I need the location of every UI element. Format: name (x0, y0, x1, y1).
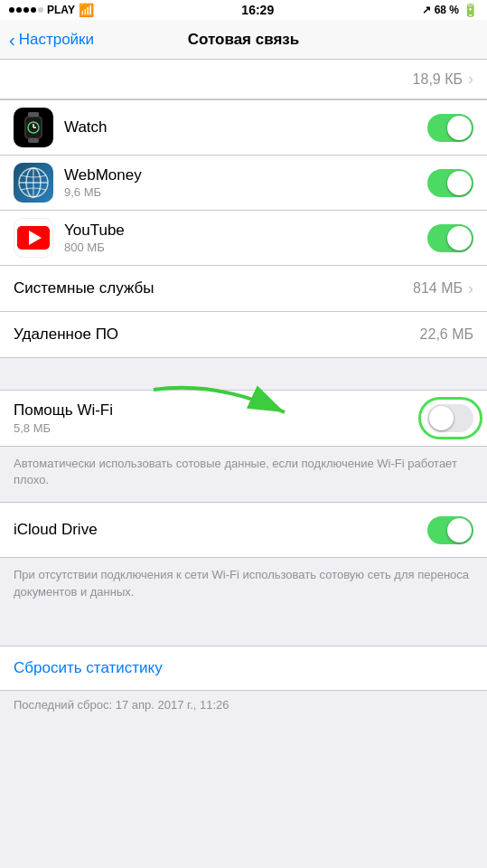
watch-toggle[interactable] (427, 114, 473, 142)
watch-item-title: Watch (64, 118, 427, 137)
watch-item-text: Watch (64, 118, 427, 137)
reset-row[interactable]: Сбросить статистику (0, 646, 487, 690)
status-left: PLAY 📶 (9, 3, 94, 17)
webmoney-item-title: WebMoney (64, 166, 427, 184)
page-title: Сотовая связь (188, 31, 300, 49)
wifi-assist-toggle-wrapper (427, 404, 473, 432)
time-label: 16:29 (241, 3, 274, 17)
last-reset-label: Последний сброс: (14, 698, 112, 712)
status-right: ↗ 68 % 🔋 (422, 3, 478, 17)
wifi-assist-subtitle: 5,8 МБ (14, 421, 427, 435)
system-services-value: 814 МБ (413, 280, 463, 297)
chevron-right-icon: › (468, 70, 473, 89)
system-services-label: Системные службы (14, 279, 413, 297)
wifi-assist-row: Помощь Wi-Fi 5,8 МБ (0, 391, 487, 446)
wifi-assist-title: Помощь Wi-Fi (14, 401, 427, 420)
youtube-item-title: YouTube (64, 222, 427, 240)
toggle-thumb (447, 116, 472, 140)
remote-control-row: Удаленное ПО 22,6 МБ (0, 312, 487, 357)
webmoney-item-text: WebMoney 9,6 МБ (64, 166, 427, 199)
list-item: YouTube 800 МБ (0, 211, 487, 265)
remote-control-value: 22,6 МБ (420, 326, 473, 343)
battery-label: 68 % (435, 4, 459, 16)
icloud-text: iCloud Drive (14, 521, 427, 539)
icloud-toggle[interactable] (427, 516, 473, 544)
toggle-thumb (447, 518, 472, 542)
reset-label: Сбросить статистику (14, 659, 163, 676)
icloud-section: iCloud Drive (0, 502, 487, 558)
chevron-right-icon: › (468, 279, 473, 298)
back-label: Настройки (19, 31, 94, 49)
back-button[interactable]: ‹ Настройки (9, 31, 94, 49)
wifi-assist-description: Автоматически использовать сотовые данны… (0, 447, 487, 502)
remote-control-group: Удаленное ПО 22,6 МБ (0, 312, 487, 358)
wifi-assist-section: Помощь Wi-Fi 5,8 МБ (0, 390, 487, 447)
location-icon: ↗ (422, 4, 431, 16)
webmoney-toggle[interactable] (427, 169, 473, 197)
list-item: WebMoney 9,6 МБ (0, 156, 487, 211)
watch-icon-svg (21, 112, 46, 143)
top-partial-value: 18,9 КБ (413, 71, 463, 88)
watch-app-icon (14, 108, 53, 147)
reset-section: Сбросить статистику (0, 646, 487, 691)
system-services-row[interactable]: Системные службы 814 МБ › (0, 266, 487, 311)
icloud-section-wrapper: iCloud Drive При отсутствии подключения … (0, 502, 487, 613)
webmoney-app-icon (14, 163, 53, 203)
icloud-row: iCloud Drive (0, 503, 487, 557)
youtube-toggle[interactable] (427, 224, 473, 252)
icloud-description: При отсутствии подключения к сети Wi-Fi … (0, 558, 487, 613)
youtube-play-icon (29, 231, 42, 245)
wifi-assist-text: Помощь Wi-Fi 5,8 МБ (14, 401, 427, 435)
carrier-label: PLAY (47, 4, 75, 16)
chevron-left-icon: ‹ (9, 31, 15, 49)
wifi-icon: 📶 (79, 3, 94, 17)
youtube-item-subtitle: 800 МБ (64, 241, 427, 254)
youtube-app-icon (14, 218, 53, 258)
apps-list: Watch WebMoney 9,6 МБ (0, 99, 487, 266)
youtube-bg (17, 226, 50, 250)
remote-control-label: Удаленное ПО (14, 326, 420, 344)
battery-icon: 🔋 (463, 3, 478, 17)
webmoney-item-subtitle: 9,6 МБ (64, 185, 427, 199)
top-partial-row: 18,9 КБ › (0, 60, 487, 99)
section-separator (0, 358, 487, 390)
icloud-title: iCloud Drive (14, 521, 427, 539)
svg-rect-3 (28, 112, 39, 117)
toggle-thumb (447, 226, 472, 250)
system-services-group: Системные службы 814 МБ › (0, 266, 487, 312)
toggle-thumb (429, 406, 454, 430)
last-reset-info: Последний сброс: 17 апр. 2017 г., 11:26 (0, 691, 487, 725)
wifi-assist-section-wrapper: Помощь Wi-Fi 5,8 МБ Автоматически исполь… (0, 390, 487, 502)
webmoney-icon-svg (17, 166, 50, 199)
toggle-thumb (447, 171, 472, 195)
status-bar: PLAY 📶 16:29 ↗ 68 % 🔋 (0, 0, 487, 20)
svg-rect-4 (28, 138, 39, 143)
youtube-item-text: YouTube 800 МБ (64, 222, 427, 254)
wifi-assist-toggle[interactable] (427, 404, 473, 432)
list-item: Watch (0, 100, 487, 156)
signal-dots (9, 7, 43, 13)
last-reset-date: 17 апр. 2017 г., 11:26 (116, 698, 229, 712)
nav-bar: ‹ Настройки Сотовая связь (0, 20, 487, 60)
